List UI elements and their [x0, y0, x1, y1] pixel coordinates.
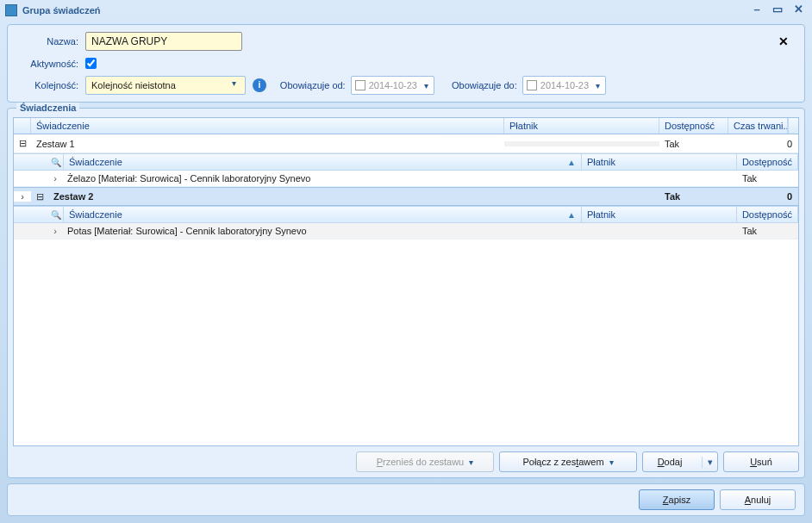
item-dostepnosc: Tak — [737, 171, 798, 186]
sort-asc-icon: ▲ — [567, 158, 576, 167]
anuluj-button[interactable]: Anuluj — [720, 489, 796, 510]
clear-icon[interactable]: ✕ — [778, 34, 789, 48]
obow-od-label: Obowiązuje od: — [280, 80, 346, 90]
obow-od-value: 2014-10-23 — [369, 80, 417, 90]
group-platnik — [504, 194, 659, 199]
item-name: Żelazo [Materiał: Surowica] - Cennik lab… — [62, 171, 582, 186]
item-name: Potas [Materiał: Surowica] - Cennik labo… — [62, 223, 582, 239]
nested-col-swiadczenie[interactable]: Świadczenie ▲ — [64, 154, 582, 170]
group-row-selected[interactable]: › ⊟ Zestaw 2 Tak 0 — [14, 187, 798, 206]
group-dostepnosc: Tak — [659, 189, 728, 204]
obow-do-value: 2014-10-23 — [540, 80, 589, 90]
chevron-down-icon[interactable]: ▾ — [702, 457, 717, 468]
footer-bar: Zapisz Anuluj — [7, 483, 805, 516]
group-czas: 0 — [728, 136, 798, 152]
nested-col-platnik[interactable]: Płatnik — [582, 207, 737, 222]
grid-body: ⊟ Zestaw 1 Tak 0 🔍 Świadczenie ▲ Płatnik — [14, 134, 798, 445]
kolejnosc-combo[interactable]: Kolejność nieistotna ▾ — [85, 76, 246, 95]
nested-row[interactable]: › Potas [Materiał: Surowica] - Cennik la… — [14, 223, 798, 240]
fieldset-legend: Świadczenia — [16, 103, 79, 113]
search-column[interactable]: 🔍 — [48, 154, 64, 170]
nazwa-label: Nazwa: — [18, 36, 78, 47]
chevron-right-icon[interactable]: › — [48, 173, 62, 184]
swiadczenia-grid: Świadczenie Płatnik Dostępność Czas trwa… — [13, 117, 799, 446]
col-platnik[interactable]: Płatnik — [504, 118, 659, 134]
info-icon[interactable]: i — [253, 78, 266, 92]
grid-header: Świadczenie Płatnik Dostępność Czas trwa… — [14, 118, 798, 134]
titlebar: Grupa świadczeń – ▭ ✕ — [0, 0, 812, 21]
search-icon: 🔍 — [51, 158, 61, 167]
nested-col-swiadczenie[interactable]: Świadczenie ▲ — [64, 207, 582, 222]
item-platnik — [582, 176, 737, 181]
nested-row[interactable]: › Żelazo [Materiał: Surowica] - Cennik l… — [14, 171, 798, 187]
collapse-icon[interactable]: ⊟ — [14, 138, 31, 149]
chevron-down-icon: ▾ — [422, 81, 430, 90]
chevron-down-icon: ▾ — [594, 81, 602, 90]
maximize-button[interactable]: ▭ — [769, 3, 786, 17]
nested-col-dostepnosc[interactable]: Dostępność — [737, 207, 798, 222]
kolejnosc-value: Kolejność nieistotna — [91, 80, 176, 90]
group-label: Zestaw 1 — [31, 136, 504, 152]
polacz-button[interactable]: Połącz z zestawem ▾ — [499, 451, 637, 472]
przenies-button: Przenieś do zestawu ▾ — [356, 451, 494, 472]
form-panel: Nazwa: ✕ Aktywność: Kolejność: Kolejność… — [7, 24, 805, 103]
chevron-right-icon[interactable]: › — [14, 191, 31, 202]
checkbox-icon — [355, 80, 365, 90]
group-czas: 0 — [728, 189, 798, 204]
window-body: Nazwa: ✕ Aktywność: Kolejność: Kolejność… — [0, 21, 812, 523]
search-column[interactable]: 🔍 — [48, 207, 64, 222]
usun-button[interactable]: Usuń — [723, 451, 799, 472]
item-platnik — [582, 228, 737, 233]
kolejnosc-label: Kolejność: — [18, 80, 78, 90]
minimize-button[interactable]: – — [748, 3, 765, 17]
aktywnosc-label: Aktywność: — [18, 59, 78, 69]
item-dostepnosc: Tak — [737, 223, 798, 239]
group-row[interactable]: ⊟ Zestaw 1 Tak 0 — [14, 134, 798, 153]
app-icon — [5, 4, 17, 16]
window-title: Grupa świadczeń — [22, 5, 745, 16]
search-icon: 🔍 — [51, 210, 61, 220]
nested-col-dostepnosc[interactable]: Dostępność — [737, 154, 798, 170]
checkbox-icon — [527, 80, 537, 90]
nazwa-input[interactable] — [85, 32, 242, 51]
group-dostepnosc: Tak — [659, 136, 728, 152]
zapisz-button[interactable]: Zapisz — [639, 489, 715, 510]
nested-col-platnik[interactable]: Płatnik — [582, 154, 737, 170]
col-czas[interactable]: Czas trwani... — [728, 118, 788, 134]
nested-header: 🔍 Świadczenie ▲ Płatnik Dostępność — [14, 206, 798, 223]
chevron-right-icon[interactable]: › — [48, 226, 62, 236]
swiadczenia-fieldset: Świadczenia Świadczenie Płatnik Dostępno… — [7, 108, 805, 478]
col-swiadczenie[interactable]: Świadczenie — [31, 118, 504, 134]
scrollbar-gutter — [788, 118, 798, 134]
grid-button-bar: Przenieś do zestawu ▾ Połącz z zestawem … — [13, 451, 799, 472]
collapse-icon[interactable]: ⊟ — [31, 191, 48, 202]
chevron-down-icon: ▾ — [609, 458, 614, 467]
dodaj-button[interactable]: Dodaj ▾ — [642, 451, 718, 472]
obow-do-label: Obowiązuje do: — [452, 80, 517, 90]
expand-column-header — [14, 118, 31, 134]
obow-do-datebox[interactable]: 2014-10-23 ▾ — [522, 76, 606, 95]
close-button[interactable]: ✕ — [790, 3, 807, 17]
obow-od-datebox[interactable]: 2014-10-23 ▾ — [351, 76, 434, 95]
window: Grupa świadczeń – ▭ ✕ Nazwa: ✕ Aktywność… — [0, 0, 812, 523]
chevron-down-icon: ▾ — [469, 458, 473, 467]
group-label: Zestaw 2 — [48, 189, 504, 204]
group-platnik — [504, 141, 659, 146]
sort-asc-icon: ▲ — [567, 210, 576, 220]
col-dostepnosc[interactable]: Dostępność — [659, 118, 728, 134]
nested-header: 🔍 Świadczenie ▲ Płatnik Dostępność — [14, 153, 798, 171]
chevron-down-icon: ▾ — [228, 78, 241, 92]
aktywnosc-checkbox[interactable] — [85, 58, 97, 69]
